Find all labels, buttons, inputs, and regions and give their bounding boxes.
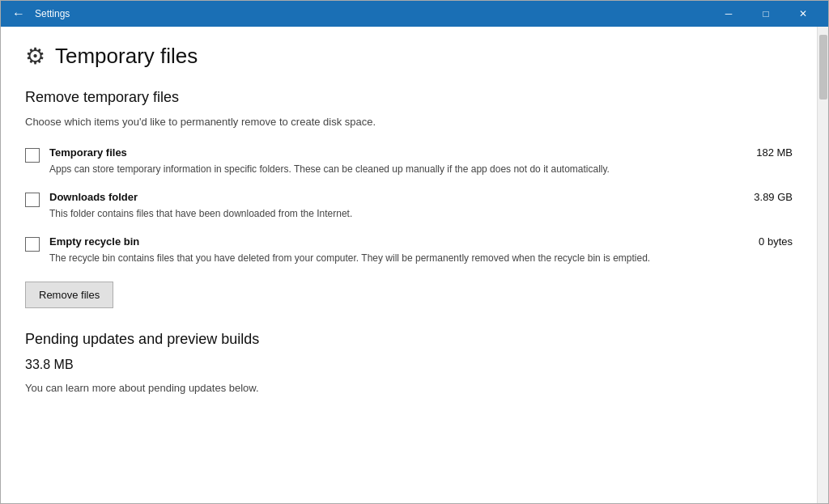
back-icon: ← xyxy=(12,6,25,21)
list-item: Temporary files 182 MB Apps can store te… xyxy=(25,146,793,176)
title-bar: ← Settings ─ □ ✕ xyxy=(1,1,828,27)
downloads-folder-size: 3.89 GB xyxy=(754,191,793,203)
remove-section-title: Remove temporary files xyxy=(25,89,793,106)
temporary-files-checkbox[interactable] xyxy=(25,148,40,163)
temporary-files-name: Temporary files xyxy=(49,146,127,159)
pending-size: 33.8 MB xyxy=(25,358,793,372)
downloads-folder-header: Downloads folder 3.89 GB xyxy=(49,191,793,203)
main-content: ⚙ Temporary files Remove temporary files… xyxy=(1,27,817,503)
downloads-folder-checkbox[interactable] xyxy=(25,193,40,207)
gear-icon: ⚙ xyxy=(25,43,45,70)
recycle-bin-desc: The recycle bin contains files that you … xyxy=(49,251,793,265)
temporary-files-size: 182 MB xyxy=(756,146,793,159)
recycle-bin-size: 0 bytes xyxy=(759,235,793,248)
window-title: Settings xyxy=(35,8,710,19)
downloads-folder-content: Downloads folder 3.89 GB This folder con… xyxy=(49,191,793,221)
back-button[interactable]: ← xyxy=(7,2,30,25)
recycle-bin-header: Empty recycle bin 0 bytes xyxy=(49,235,793,248)
minimize-button[interactable]: ─ xyxy=(710,1,747,27)
file-items-list: Temporary files 182 MB Apps can store te… xyxy=(25,146,793,265)
recycle-bin-name: Empty recycle bin xyxy=(49,235,139,248)
page-header: ⚙ Temporary files xyxy=(25,43,793,70)
maximize-button[interactable]: □ xyxy=(747,1,784,27)
remove-section-desc: Choose which items you'd like to permane… xyxy=(25,114,793,130)
minimize-icon: ─ xyxy=(725,8,733,19)
scrollbar[interactable] xyxy=(817,27,828,503)
pending-section-desc: You can learn more about pending updates… xyxy=(25,380,793,396)
remove-files-button[interactable]: Remove files xyxy=(25,282,113,308)
pending-section: Pending updates and preview builds 33.8 … xyxy=(25,331,793,396)
downloads-folder-desc: This folder contains files that have bee… xyxy=(49,206,793,221)
maximize-icon: □ xyxy=(763,8,768,19)
recycle-bin-checkbox[interactable] xyxy=(25,237,40,252)
window-controls: ─ □ ✕ xyxy=(710,1,822,27)
temporary-files-desc: Apps can store temporary information in … xyxy=(49,162,793,176)
recycle-bin-content: Empty recycle bin 0 bytes The recycle bi… xyxy=(49,235,793,265)
page-title: Temporary files xyxy=(55,44,198,69)
temporary-files-header: Temporary files 182 MB xyxy=(49,146,793,159)
list-item: Empty recycle bin 0 bytes The recycle bi… xyxy=(25,235,793,265)
list-item: Downloads folder 3.89 GB This folder con… xyxy=(25,191,793,221)
scrollbar-thumb[interactable] xyxy=(819,35,827,100)
close-icon: ✕ xyxy=(799,8,807,19)
downloads-folder-name: Downloads folder xyxy=(49,191,138,203)
settings-window: ← Settings ─ □ ✕ ⚙ Temporary files Remov… xyxy=(0,0,829,504)
pending-section-title: Pending updates and preview builds xyxy=(25,331,793,348)
content-area: ⚙ Temporary files Remove temporary files… xyxy=(1,27,828,503)
close-button[interactable]: ✕ xyxy=(784,1,822,27)
temporary-files-content: Temporary files 182 MB Apps can store te… xyxy=(49,146,793,176)
